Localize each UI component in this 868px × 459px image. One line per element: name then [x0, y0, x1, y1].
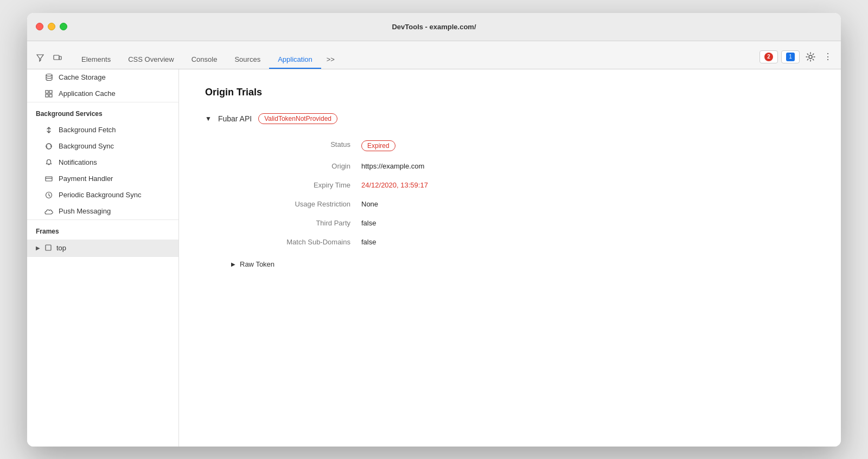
main-content: Cache Storage Application Cache [27, 69, 841, 447]
tab-css-overview[interactable]: CSS Overview [119, 51, 183, 69]
window-title: DevTools - example.com/ [392, 23, 476, 31]
svg-rect-1 [59, 56, 61, 60]
svg-rect-11 [46, 245, 51, 250]
panel-title: Origin Trials [205, 87, 815, 98]
third-party-label: Third Party [231, 214, 361, 232]
usage-restriction-label: Usage Restriction [231, 195, 361, 214]
svg-rect-7 [49, 94, 52, 97]
close-button[interactable] [36, 23, 43, 30]
trial-detail-grid: Status Expired Origin https://example.co… [231, 135, 815, 251]
sidebar-item-cache-storage[interactable]: Cache Storage [27, 69, 178, 86]
sync-icon [44, 142, 53, 151]
match-sub-domains-value: false [361, 232, 815, 251]
frame-icon [44, 244, 52, 251]
tabs-container: Elements CSS Overview Console Sources Ap… [73, 51, 760, 69]
tab-sources[interactable]: Sources [226, 51, 269, 69]
raw-token-label: Raw Token [240, 260, 275, 268]
match-sub-domains-label: Match Sub-Domains [231, 232, 361, 251]
triangle-icon: ▶ [36, 245, 40, 251]
svg-rect-5 [49, 90, 52, 93]
svg-point-3 [46, 74, 52, 76]
svg-rect-6 [46, 94, 48, 97]
sidebar-item-notifications[interactable]: Notifications [27, 154, 178, 171]
background-services-title: Background Services [27, 102, 178, 122]
svg-rect-0 [54, 55, 59, 60]
origin-value: https://example.com [361, 157, 815, 176]
maximize-button[interactable] [60, 23, 67, 30]
title-bar: DevTools - example.com/ [27, 13, 841, 41]
info-badge: 1 [786, 53, 795, 61]
clock-icon [44, 191, 53, 199]
toolbar-right: 2 1 ⋮ [760, 49, 834, 69]
main-panel: Origin Trials ▼ Fubar API ValidTokenNotP… [179, 69, 841, 447]
svg-point-2 [809, 55, 812, 59]
raw-token-expand-icon: ▶ [231, 261, 235, 267]
sidebar-item-background-sync[interactable]: Background Sync [27, 138, 178, 154]
traffic-lights [36, 23, 67, 30]
expiry-time-value: 24/12/2020, 13:59:17 [361, 176, 815, 195]
sidebar-item-push-messaging[interactable]: Push Messaging [27, 203, 178, 219]
expired-badge: Expired [361, 140, 395, 151]
sidebar-item-application-cache[interactable]: Application Cache [27, 86, 178, 102]
tab-application[interactable]: Application [269, 51, 321, 69]
svg-rect-4 [46, 90, 48, 93]
trial-status-badge: ValidTokenNotProvided [258, 113, 337, 124]
background-services-section: Background Services Background Fetch [27, 102, 178, 220]
frames-title: Frames [27, 220, 178, 240]
third-party-value: false [361, 214, 815, 232]
tab-bar: Elements CSS Overview Console Sources Ap… [27, 41, 841, 69]
sidebar-item-top[interactable]: ▶ top [27, 240, 178, 256]
card-icon [44, 174, 53, 183]
settings-button[interactable] [803, 49, 818, 64]
tab-console[interactable]: Console [183, 51, 226, 69]
raw-token-row[interactable]: ▶ Raw Token [231, 260, 815, 268]
trial-section: ▼ Fubar API ValidTokenNotProvided Status… [205, 113, 815, 268]
sidebar-item-payment-handler[interactable]: Payment Handler [27, 171, 178, 187]
db-icon [44, 73, 53, 82]
arrows-icon [44, 126, 53, 134]
tab-elements[interactable]: Elements [73, 51, 119, 69]
usage-restriction-value: None [361, 195, 815, 214]
status-label: Status [231, 135, 361, 157]
sidebar-item-periodic-background-sync[interactable]: Periodic Background Sync [27, 187, 178, 203]
svg-rect-8 [46, 177, 52, 181]
trial-name: Fubar API [218, 114, 252, 123]
more-tabs-button[interactable]: >> [321, 51, 340, 69]
sidebar: Cache Storage Application Cache [27, 69, 179, 447]
storage-section: Cache Storage Application Cache [27, 69, 178, 102]
frames-section: Frames ▶ top [27, 220, 178, 257]
status-value: Expired [361, 135, 815, 157]
error-badge: 2 [764, 53, 773, 61]
device-toggle-icon[interactable] [51, 51, 64, 64]
bell-icon [44, 158, 53, 167]
grid-icon [44, 89, 53, 98]
trial-header: ▼ Fubar API ValidTokenNotProvided [205, 113, 815, 124]
trial-expand-icon[interactable]: ▼ [205, 115, 212, 122]
devtools-window: DevTools - example.com/ Elements CSS Ove… [27, 13, 841, 447]
expiry-time-label: Expiry Time [231, 176, 361, 195]
errors-button[interactable]: 2 [760, 50, 778, 63]
minimize-button[interactable] [48, 23, 55, 30]
origin-label: Origin [231, 157, 361, 176]
cloud-icon [44, 207, 53, 216]
more-options-button[interactable]: ⋮ [821, 50, 834, 63]
sidebar-item-background-fetch[interactable]: Background Fetch [27, 122, 178, 138]
info-button[interactable]: 1 [781, 50, 800, 63]
inspect-icon[interactable] [34, 51, 47, 64]
toolbar-icons [34, 51, 64, 69]
